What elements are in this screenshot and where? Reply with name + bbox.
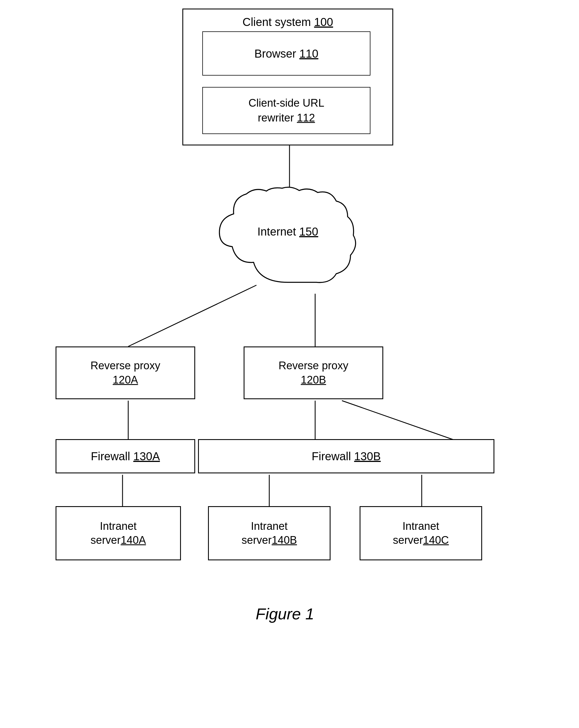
figure-label: Figure 1 [199, 604, 370, 623]
firewall-b-id: 130B [354, 450, 381, 463]
intranet-server-b-box: Intranetserver140B [208, 506, 331, 560]
firewall-b-label: Firewall 130B [312, 449, 381, 464]
svg-line-1 [128, 285, 256, 346]
diagram: Client system 100 Browser 110 Client-sid… [0, 0, 579, 728]
reverse-proxy-b-box: Reverse proxy120B [244, 346, 383, 399]
internet-label: Internet 150 [256, 225, 319, 238]
browser-label: Browser 110 [254, 46, 319, 61]
intranet-server-c-id: 140C [423, 534, 449, 546]
intranet-server-a-label: Intranetserver140A [91, 519, 146, 547]
url-rewriter-id: 112 [297, 112, 315, 124]
intranet-server-a-id: 140A [120, 534, 146, 546]
intranet-server-c-box: Intranetserver140C [360, 506, 482, 560]
internet-cloud [214, 185, 362, 291]
reverse-proxy-a-box: Reverse proxy120A [56, 346, 195, 399]
client-system-label: Client system 100 [243, 15, 333, 29]
svg-line-5 [342, 401, 456, 441]
firewall-a-box: Firewall 130A [56, 439, 195, 473]
client-system-id: 100 [314, 16, 333, 28]
reverse-proxy-b-label: Reverse proxy120B [279, 359, 349, 387]
reverse-proxy-a-label: Reverse proxy120A [91, 359, 160, 387]
browser-id: 110 [300, 47, 319, 60]
intranet-server-a-box: Intranetserver140A [56, 506, 181, 560]
reverse-proxy-a-id: 120A [113, 374, 138, 386]
reverse-proxy-b-id: 120B [301, 374, 326, 386]
url-rewriter-box: Client-side URLrewriter 112 [202, 87, 370, 134]
url-rewriter-label: Client-side URLrewriter 112 [248, 96, 324, 125]
firewall-b-box: Firewall 130B [198, 439, 494, 473]
intranet-server-b-label: Intranetserver140B [242, 519, 297, 547]
firewall-a-id: 130A [133, 450, 160, 463]
intranet-server-c-label: Intranetserver140C [393, 519, 449, 547]
browser-box: Browser 110 [202, 31, 370, 76]
intranet-server-b-id: 140B [272, 534, 297, 546]
firewall-a-label: Firewall 130A [91, 449, 160, 464]
